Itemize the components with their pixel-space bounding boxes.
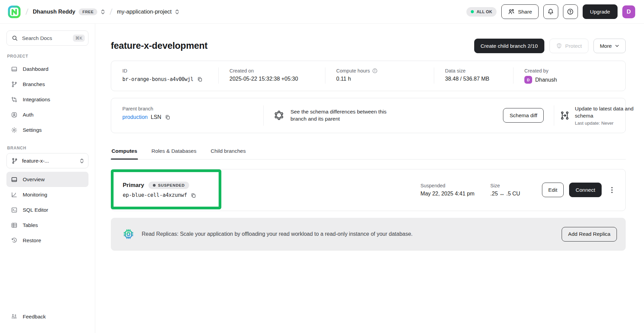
protect-button[interactable]: Protect (549, 39, 588, 53)
edit-button-label: Edit (548, 187, 558, 193)
plan-badge: FREE (79, 8, 97, 15)
branch-selector-value: feature-x-... (22, 158, 49, 164)
size-value: .25 ↔ .5 CU (490, 191, 520, 197)
question-icon (567, 8, 574, 15)
sidebar-item-monitoring[interactable]: Monitoring (6, 187, 88, 202)
branch-section-label: BRANCH (7, 146, 88, 150)
upgrade-button[interactable]: Upgrade (583, 4, 618, 19)
sidebar-item-label: Overview (23, 176, 45, 183)
tab-roles-databases[interactable]: Roles & Databases (151, 146, 197, 159)
people-icon (508, 8, 515, 15)
sidebar-item-label: Tables (23, 222, 38, 228)
created-by-avatar-initial: D (527, 78, 530, 82)
info-icon[interactable] (372, 68, 378, 74)
sidebar-item-label: Auth (23, 112, 34, 118)
suspended-dot (153, 184, 156, 187)
created-by-avatar: D (524, 76, 532, 84)
sidebar-item-label: Restore (23, 237, 41, 244)
bell-icon (547, 8, 554, 15)
main-content: feature-x-development Create child branc… (95, 24, 644, 333)
org-name: Dhanush Reddy (33, 8, 76, 15)
search-placeholder: Search Docs (22, 35, 52, 41)
edit-compute-button[interactable]: Edit (542, 183, 564, 197)
update-description: Update to latest data and schema (575, 105, 644, 120)
branch-info-card: ID br-orange-bonus-a4v00wjl Created on 2… (111, 61, 626, 91)
create-child-branch-button[interactable]: Create child branch 2/10 (474, 39, 544, 53)
schema-diff-button[interactable]: Schema diff (503, 108, 544, 123)
sidebar-item-label: Dashboard (23, 66, 48, 72)
chevron-sort-icon (175, 9, 179, 15)
branch-id-value: br-orange-bonus-a4v00wjl (122, 76, 194, 82)
more-button-label: More (600, 43, 612, 49)
tab-child-branches[interactable]: Child branches (210, 146, 246, 159)
help-button[interactable] (563, 4, 578, 19)
compute-status-label: SUSPENDED (158, 183, 185, 187)
neon-logo-icon[interactable] (7, 5, 21, 19)
compute-menu-button[interactable] (607, 183, 617, 197)
user-avatar[interactable]: D (622, 5, 635, 18)
dashboard-icon (11, 66, 18, 72)
connect-button[interactable]: Connect (569, 183, 602, 197)
sidebar-item-auth[interactable]: Auth (6, 107, 88, 122)
avatar-initial: D (627, 8, 631, 15)
status-badge[interactable]: ALL OK (466, 7, 497, 17)
sidebar-item-sql-editor[interactable]: SQL Editor (6, 202, 88, 217)
id-label: ID (122, 68, 207, 74)
suspended-value: May 22, 2025 4:41 pm (421, 191, 475, 197)
parent-branch-label: Parent branch (122, 106, 253, 111)
sidebar-item-overview[interactable]: Overview (6, 172, 88, 187)
add-read-replica-button[interactable]: Add Read Replica (562, 227, 617, 242)
sidebar-item-dashboard[interactable]: Dashboard (6, 61, 88, 77)
table-grid-icon (11, 222, 18, 229)
overview-icon (11, 176, 18, 183)
schema-diff-description: See the schema differences between this … (290, 108, 394, 123)
lsn-label: LSN (151, 114, 161, 120)
sidebar: Search Docs ⌘K PROJECT Dashboard Branche… (0, 24, 95, 333)
git-branch-icon (11, 158, 18, 164)
page-title: feature-x-development (111, 41, 207, 51)
org-breadcrumb[interactable]: Dhanush Reddy FREE (33, 8, 105, 15)
size-label: Size (490, 183, 534, 188)
tab-computes[interactable]: Computes (111, 146, 138, 159)
reset-branch-icon (560, 110, 570, 121)
created-on-value: 2025-05-22 15:32:38 +05:30 (229, 76, 298, 82)
compute-hours-label: Compute hours (336, 68, 370, 74)
share-button[interactable]: Share (501, 4, 538, 19)
status-ok-dot (471, 10, 474, 13)
integrations-icon (11, 96, 18, 103)
sidebar-item-integrations[interactable]: Integrations (6, 92, 88, 107)
schema-molecule-icon (273, 110, 285, 121)
sidebar-item-label: Feedback (23, 314, 46, 320)
compute-status-badge: SUSPENDED (148, 182, 189, 189)
sidebar-item-tables[interactable]: Tables (6, 217, 88, 233)
cpu-chip-icon (122, 228, 135, 240)
parent-branch-link[interactable]: production (122, 114, 148, 120)
history-clock-icon (11, 237, 18, 244)
search-icon (12, 35, 18, 41)
compute-name: Primary (123, 182, 144, 189)
copy-endpoint-id-button[interactable] (190, 192, 197, 199)
copy-branch-id-button[interactable] (197, 76, 203, 82)
project-name: my-application-project (117, 8, 172, 15)
notifications-button[interactable] (543, 4, 558, 19)
more-button[interactable]: More (593, 39, 626, 53)
compute-hours-value: 0.11 h (336, 76, 351, 82)
git-branch-icon (11, 81, 18, 88)
sidebar-item-branches[interactable]: Branches (6, 77, 88, 92)
data-size-label: Data size (445, 68, 502, 74)
upgrade-button-label: Upgrade (590, 9, 610, 15)
sidebar-item-restore[interactable]: Restore (6, 233, 88, 248)
sidebar-item-label: Monitoring (23, 192, 47, 198)
project-breadcrumb[interactable]: my-application-project (117, 8, 179, 15)
copy-lsn-button[interactable] (164, 114, 171, 120)
search-docs-input[interactable]: Search Docs ⌘K (6, 30, 88, 46)
data-size-value: 38.48 / 536.87 MB (445, 76, 489, 82)
search-shortcut-badge: ⌘K (73, 35, 85, 42)
branch-selector[interactable]: feature-x-... (6, 153, 88, 168)
sidebar-item-feedback[interactable]: Feedback (6, 309, 88, 324)
protect-button-label: Protect (565, 43, 582, 49)
create-child-branch-label: Create child branch 2/10 (481, 43, 538, 49)
read-replica-banner: Read Replicas: Scale your application by… (111, 218, 626, 251)
schema-diff-button-label: Schema diff (509, 112, 537, 119)
sidebar-item-settings[interactable]: Settings (6, 122, 88, 138)
